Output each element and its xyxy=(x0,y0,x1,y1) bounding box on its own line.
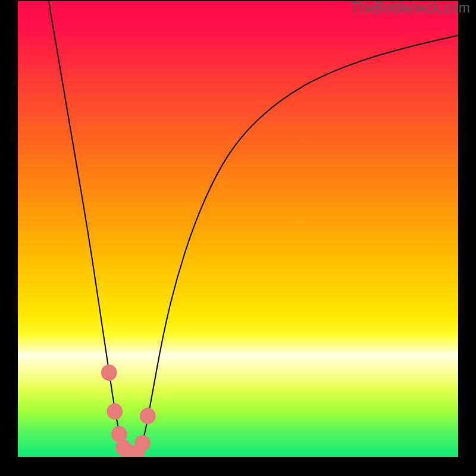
marker-left-dot xyxy=(101,365,117,381)
marker-right-dot xyxy=(140,408,156,424)
bottleneck-curve-svg xyxy=(18,1,458,457)
plot-area xyxy=(18,1,458,457)
marker-dip-left-1 xyxy=(107,403,123,420)
chart-stage: TheBottleneck.com xyxy=(0,0,476,476)
marker-group xyxy=(101,365,156,457)
marker-dip-right-1 xyxy=(134,435,151,452)
watermark-text: TheBottleneck.com xyxy=(351,0,470,16)
bottleneck-curve xyxy=(49,1,458,455)
curve-group xyxy=(49,1,458,455)
